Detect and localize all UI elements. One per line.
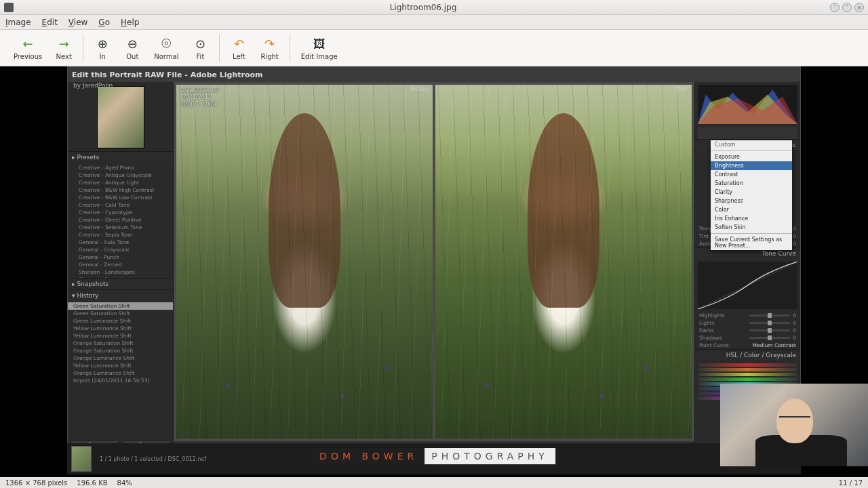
rotate-right-button[interactable]: ↷ Right (254, 34, 285, 62)
minimize-button[interactable]: ˅ (830, 3, 840, 12)
zoom-normal-icon: ⦾ (158, 35, 174, 52)
hsl-slider[interactable] (698, 363, 797, 367)
history-item[interactable]: Import (24/01/2011 16:50:53) (68, 377, 173, 384)
snapshots-header[interactable]: ▸ Snapshots (68, 278, 173, 289)
preset-item[interactable]: General - Auto Tone (71, 239, 170, 246)
edit-image-button[interactable]: 🖼 Edit Image (294, 34, 344, 62)
history-item[interactable]: Yellow Luminance Shift (68, 362, 173, 369)
slider-highlights[interactable]: Highlights0 (695, 312, 800, 319)
hsl-slider[interactable] (698, 373, 797, 376)
next-button[interactable]: → Next (49, 34, 79, 62)
preset-item[interactable]: Creative - Antique Grayscale (71, 171, 170, 179)
preset-item[interactable]: General - Grayscale (71, 246, 170, 253)
tone-curve[interactable] (698, 262, 797, 309)
before-image[interactable]: DSC_0012.nef 24/01/2011 2000 × 3008 Befo… (176, 85, 433, 439)
rotate-left-button[interactable]: ↶ Left (224, 34, 254, 62)
arrow-left-icon: ← (20, 35, 36, 52)
menu-help[interactable]: Help (121, 18, 139, 27)
dropdown-item[interactable]: Sharpness (711, 197, 792, 205)
zoom-fit-icon: ⊙ (192, 35, 208, 52)
history-header[interactable]: ▾ History (68, 289, 173, 301)
history-item[interactable]: Green Saturation Shift (68, 310, 173, 317)
status-zoom: 84% (117, 479, 132, 487)
zoom-fit-button[interactable]: ⊙ Fit (185, 34, 215, 62)
image-viewport[interactable]: Edit this Portrait RAW File - Adobe Ligh… (0, 66, 868, 477)
dropdown-item[interactable]: Exposure (711, 152, 792, 161)
preset-item[interactable]: General - Punch (71, 253, 170, 261)
zoom-in-icon: ⊕ (94, 35, 111, 52)
preset-item[interactable]: Creative - Cold Tone (71, 201, 170, 209)
menubar: Image Edit View Go Help (0, 15, 868, 30)
separator (219, 35, 220, 62)
menu-view[interactable]: View (68, 18, 87, 27)
preset-item[interactable]: Creative - Aged Photo (71, 164, 170, 171)
maximize-button[interactable]: ˄ (842, 3, 852, 12)
history-item[interactable]: Orange Saturation Shift (68, 340, 173, 347)
toolbar: ← Previous → Next ⊕ In ⊖ Out ⦾ Normal ⊙ … (0, 30, 868, 66)
zoom-in-button[interactable]: ⊕ In (87, 34, 117, 62)
lightroom-window: Edit this Portrait RAW File - Adobe Ligh… (67, 66, 801, 466)
preset-item[interactable]: Creative - Cyanotype (71, 209, 170, 216)
close-button[interactable]: × (854, 3, 864, 12)
adjustment-tool-strip[interactable] (698, 127, 797, 139)
dropdown-item[interactable]: Soften Skin (711, 223, 792, 232)
presets-header[interactable]: ▸ Presets (68, 151, 173, 163)
previous-button[interactable]: ← Previous (7, 34, 49, 62)
history-item[interactable]: Green Luminance Shift (68, 317, 173, 325)
filmstrip-thumb[interactable] (71, 446, 92, 472)
dropdown-item[interactable]: Clarity (711, 188, 792, 197)
brush-effect-dropdown[interactable]: Custom ExposureBrightnessContrastSaturat… (711, 140, 792, 250)
video-title-overlay: Edit this Portrait RAW File - Adobe Ligh… (68, 67, 800, 82)
slider-darks[interactable]: Darks0 (695, 327, 800, 334)
history-item[interactable]: Orange Saturation Shift (68, 347, 173, 354)
menu-go[interactable]: Go (98, 18, 110, 27)
preset-item[interactable]: Creative - Direct Positive (71, 216, 170, 224)
history-item[interactable]: Green Saturation Shift (68, 302, 173, 310)
history-item[interactable]: Orange Luminance Shift (68, 369, 173, 377)
preset-item[interactable]: Creative - Sepia Tone (71, 231, 170, 239)
statusbar: 1366 × 768 pixels 196.6 KB 84% 11 / 17 (0, 477, 868, 488)
menu-image[interactable]: Image (5, 18, 31, 27)
hsl-slider[interactable] (698, 378, 797, 381)
slider-shadows[interactable]: Shadows0 (695, 334, 800, 342)
zoom-out-button[interactable]: ⊖ Out (117, 34, 147, 62)
arrow-right-icon: → (56, 35, 72, 52)
lr-center-panel: DSC_0012.nef 24/01/2011 2000 × 3008 Befo… (174, 82, 694, 453)
navigator-thumb[interactable] (97, 86, 144, 148)
separator (83, 35, 83, 62)
slider-lights[interactable]: Lights0 (695, 319, 800, 327)
branding-part2: PHOTOGRAPHY (425, 448, 555, 464)
dropdown-item[interactable]: Color (711, 205, 792, 214)
point-curve-row[interactable]: Point Curve: Medium Contrast (695, 342, 800, 349)
preset-item[interactable]: Sharpen - Landscapes (71, 268, 170, 276)
hsl-header[interactable]: HSL / Color / Grayscale (695, 349, 800, 361)
dropdown-header: Custom (711, 140, 792, 149)
history-item[interactable]: Orange Luminance Shift (68, 354, 173, 362)
rotate-right-icon: ↷ (262, 35, 278, 52)
presets-list: Creative - Aged PhotoCreative - Antique … (68, 163, 173, 278)
dropdown-item[interactable]: Brightness (711, 161, 792, 170)
rotate-left-icon: ↶ (231, 35, 247, 52)
video-title: Edit this Portrait RAW File - Adobe Ligh… (72, 70, 263, 79)
menu-edit[interactable]: Edit (42, 18, 58, 27)
window-title: Lightroom06.jpg (19, 3, 827, 12)
preset-item[interactable]: Creative - B&W Low Contrast (71, 194, 170, 201)
preset-item[interactable]: General - Zeroed (71, 261, 170, 268)
hsl-slider[interactable] (698, 368, 797, 371)
filmstrip-info: 1 / 1 photo / 1 selected / DSC_0012.nef (100, 456, 206, 462)
dropdown-item[interactable]: Saturation (711, 179, 792, 188)
preset-item[interactable]: Creative - Selenium Tone (71, 224, 170, 231)
history-item[interactable]: Yellow Luminance Shift (68, 325, 173, 332)
histogram[interactable] (698, 85, 797, 124)
status-position: 11 / 17 (839, 479, 863, 487)
history-item[interactable]: Yellow Luminance Shift (68, 332, 173, 340)
dropdown-item[interactable]: Contrast (711, 170, 792, 179)
zoom-normal-button[interactable]: ⦾ Normal (147, 34, 185, 62)
after-image[interactable]: After (435, 85, 692, 439)
preset-item[interactable]: Creative - B&W High Contrast (71, 186, 170, 194)
branding-overlay: DOM BOWER PHOTOGRAPHY (313, 447, 555, 465)
branding-part1: DOM BOWER (313, 448, 425, 464)
dropdown-item[interactable]: Iris Enhance (711, 214, 792, 223)
dropdown-save-preset[interactable]: Save Current Settings as New Preset... (711, 235, 792, 250)
preset-item[interactable]: Creative - Antique Light (71, 179, 170, 186)
